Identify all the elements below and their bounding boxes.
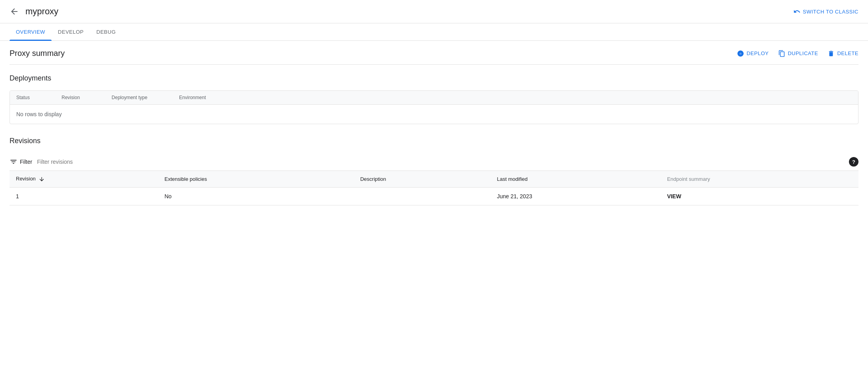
col-header-revision: Revision bbox=[10, 171, 158, 187]
tab-debug[interactable]: DEBUG bbox=[90, 23, 122, 40]
col-revision: Revision bbox=[62, 95, 80, 100]
delete-button[interactable]: DELETE bbox=[827, 50, 858, 57]
header: myproxy SWITCH TO CLASSIC bbox=[0, 0, 868, 23]
cell-description bbox=[354, 187, 490, 205]
deployments-empty-message: No rows to display bbox=[10, 105, 858, 124]
revisions-table: Revision Extensible policies Description… bbox=[10, 171, 858, 205]
proxy-summary-header: Proxy summary DEPLOY DUPLICATE DELETE bbox=[10, 41, 858, 65]
deploy-button[interactable]: DEPLOY bbox=[737, 50, 769, 57]
switch-to-classic-label: SWITCH TO CLASSIC bbox=[803, 9, 858, 15]
deployments-table-header: Status Revision Deployment type Environm… bbox=[10, 91, 858, 105]
revisions-table-body: 1 No June 21, 2023 VIEW bbox=[10, 187, 858, 205]
col-header-description: Description bbox=[354, 171, 490, 187]
filter-input[interactable] bbox=[37, 159, 849, 165]
tab-develop[interactable]: DEVELOP bbox=[52, 23, 90, 40]
revisions-title: Revisions bbox=[10, 137, 858, 145]
cell-extensible-policies: No bbox=[158, 187, 354, 205]
duplicate-button[interactable]: DUPLICATE bbox=[778, 50, 818, 57]
filter-row: Filter ? bbox=[10, 153, 858, 171]
col-header-extensible-policies: Extensible policies bbox=[158, 171, 354, 187]
tab-overview[interactable]: OVERVIEW bbox=[10, 23, 52, 40]
deploy-label: DEPLOY bbox=[746, 50, 769, 56]
deployments-table: Status Revision Deployment type Environm… bbox=[10, 90, 858, 124]
cell-revision: 1 bbox=[10, 187, 158, 205]
col-environment: Environment bbox=[179, 95, 206, 100]
filter-button[interactable]: Filter bbox=[10, 158, 32, 166]
switch-to-classic-button[interactable]: SWITCH TO CLASSIC bbox=[793, 8, 858, 15]
filter-label: Filter bbox=[20, 159, 32, 165]
sort-down-icon bbox=[39, 176, 45, 182]
main-content: Proxy summary DEPLOY DUPLICATE DELETE De… bbox=[0, 41, 868, 215]
col-header-last-modified: Last modified bbox=[490, 171, 660, 187]
col-status: Status bbox=[16, 95, 30, 100]
revisions-table-header-row: Revision Extensible policies Description… bbox=[10, 171, 858, 187]
cell-last-modified: June 21, 2023 bbox=[490, 187, 660, 205]
duplicate-label: DUPLICATE bbox=[788, 50, 818, 56]
tabs-nav: OVERVIEW DEVELOP DEBUG bbox=[0, 23, 868, 41]
help-icon[interactable]: ? bbox=[849, 157, 858, 167]
table-row: 1 No June 21, 2023 VIEW bbox=[10, 187, 858, 205]
cell-endpoint-summary[interactable]: VIEW bbox=[661, 187, 858, 205]
revisions-section: Revisions Filter ? Revision bbox=[10, 137, 858, 215]
proxy-summary-title: Proxy summary bbox=[10, 49, 65, 58]
deployments-title: Deployments bbox=[10, 74, 858, 82]
back-button[interactable] bbox=[10, 7, 19, 16]
action-buttons: DEPLOY DUPLICATE DELETE bbox=[737, 50, 858, 57]
col-deployment-type: Deployment type bbox=[112, 95, 147, 100]
delete-label: DELETE bbox=[837, 50, 858, 56]
col-header-endpoint-summary: Endpoint summary bbox=[661, 171, 858, 187]
page-title: myproxy bbox=[25, 6, 793, 17]
deployments-section: Deployments Status Revision Deployment t… bbox=[10, 65, 858, 124]
